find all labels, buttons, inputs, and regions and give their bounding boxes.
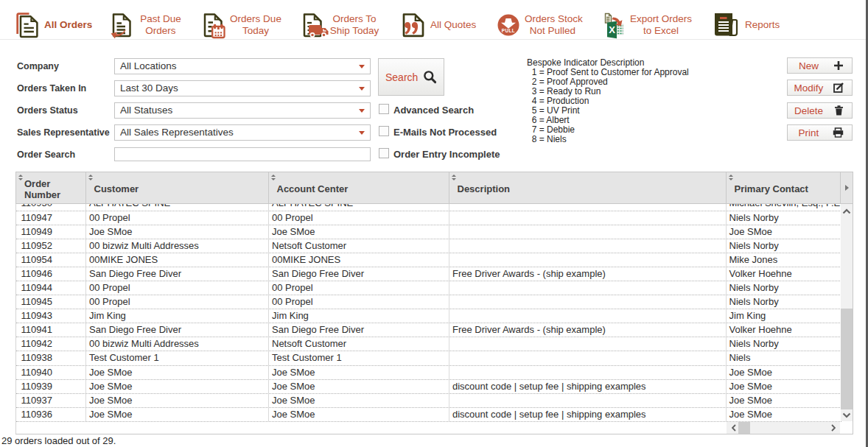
svg-text:X: X: [609, 24, 615, 35]
svg-text:PULL: PULL: [502, 28, 515, 33]
